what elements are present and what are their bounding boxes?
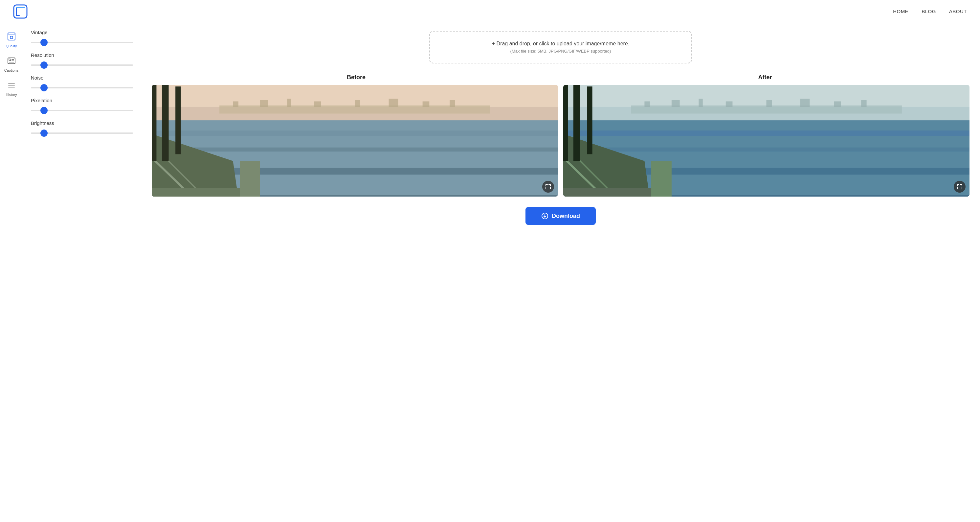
svg-rect-19 [162,85,169,161]
after-expand-btn[interactable] [954,181,966,193]
vintage-control: Vintage [31,30,133,45]
svg-point-2 [10,36,13,39]
download-section: Download [525,207,596,225]
svg-rect-23 [260,100,268,107]
after-image [563,85,969,196]
noise-slider[interactable] [31,87,133,88]
nav-about[interactable]: ABOUT [949,8,967,14]
resolution-slider[interactable] [31,64,133,66]
images-row [152,85,969,196]
svg-rect-46 [563,85,568,161]
svg-rect-47 [573,85,580,161]
svg-rect-53 [726,101,733,107]
upload-area[interactable]: + Drag and drop, or click to upload your… [429,31,692,64]
download-icon [541,212,549,220]
svg-rect-40 [563,148,969,152]
svg-rect-30 [152,188,247,196]
sidebar-item-history[interactable]: History [1,78,22,99]
nav-blog[interactable]: BLOG [921,8,936,14]
svg-rect-63 [651,161,671,196]
before-label: Before [152,74,561,81]
after-label: After [561,74,969,81]
download-button[interactable]: Download [525,207,596,225]
logo-area [13,4,28,19]
captions-label: Captions [4,69,18,72]
svg-rect-51 [671,100,680,107]
svg-rect-54 [767,100,772,107]
svg-rect-27 [389,99,398,107]
sidebar: Quality Captions History [0,23,23,522]
before-image-svg [152,85,558,196]
svg-rect-18 [152,85,156,161]
pixelation-slider[interactable] [31,110,133,111]
nav-home[interactable]: HOME [893,8,908,14]
header: HOME BLOG ABOUT [0,0,980,23]
resolution-label: Resolution [31,52,133,58]
app-logo [13,4,28,19]
svg-rect-56 [834,101,841,107]
svg-rect-55 [800,99,810,107]
svg-rect-22 [233,101,238,107]
svg-rect-58 [563,188,658,196]
svg-rect-29 [450,100,455,107]
svg-rect-39 [563,131,969,136]
vintage-slider[interactable] [31,42,133,43]
svg-point-4 [9,59,11,61]
svg-rect-12 [152,148,558,152]
vintage-label: Vintage [31,30,133,35]
main-content: + Drag and drop, or click to upload your… [141,23,980,522]
svg-rect-24 [287,99,291,107]
expand-icon [545,184,551,190]
before-after-section: Before After [152,74,969,196]
before-expand-btn[interactable] [542,181,554,193]
svg-rect-25 [314,101,321,107]
svg-rect-50 [644,101,650,107]
resolution-control: Resolution [31,52,133,67]
svg-rect-48 [587,86,592,154]
svg-rect-35 [240,161,260,196]
upload-sub-text: (Max file size: 5MB, JPG/PNG/GIF/WEBP su… [436,49,685,54]
pixelation-control: Pixelation [31,97,133,112]
svg-rect-28 [423,101,430,107]
after-image-container [563,85,969,196]
captions-icon [7,56,16,67]
noise-control: Noise [31,75,133,90]
after-image-svg [563,85,969,196]
sidebar-item-quality[interactable]: Quality [1,30,22,51]
brightness-control: Brightness [31,120,133,135]
expand-icon-after [957,184,963,190]
svg-rect-52 [698,99,703,107]
pixelation-label: Pixelation [31,97,133,103]
brightness-slider[interactable] [31,132,133,134]
comparison-headers: Before After [152,74,969,81]
history-label: History [6,93,17,97]
brightness-label: Brightness [31,120,133,126]
svg-rect-20 [175,86,181,154]
sidebar-item-captions[interactable]: Captions [1,54,22,75]
quality-label: Quality [6,44,17,48]
controls-panel: Vintage Resolution Noise Pixelation Brig… [23,23,141,522]
download-label: Download [552,213,580,220]
quality-icon [7,32,16,43]
main-layout: Quality Captions History [0,23,980,522]
upload-main-text: + Drag and drop, or click to upload your… [436,41,685,47]
svg-rect-11 [152,131,558,136]
svg-rect-26 [355,100,360,107]
history-icon [7,81,16,91]
svg-rect-57 [861,100,866,107]
before-image-container [152,85,558,196]
noise-label: Noise [31,75,133,81]
before-image [152,85,558,196]
main-nav: HOME BLOG ABOUT [893,8,967,14]
